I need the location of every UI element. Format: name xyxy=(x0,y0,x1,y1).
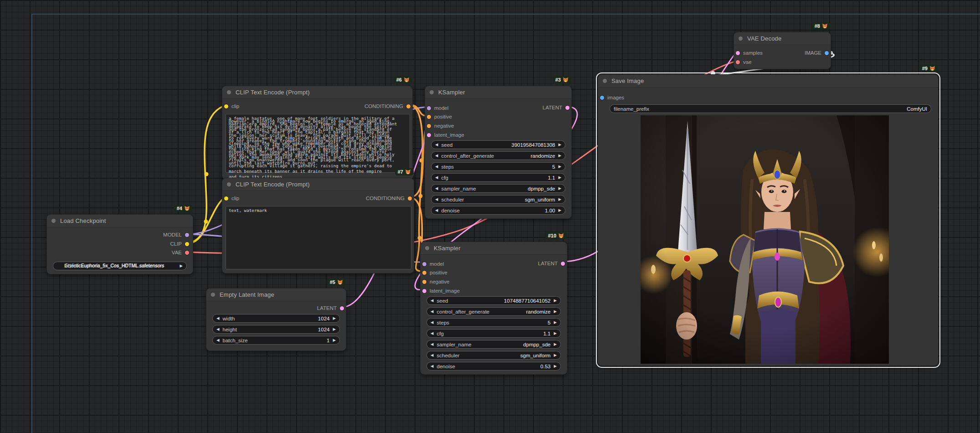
increment-arrow[interactable]: ▶ xyxy=(554,320,557,325)
collapse-dot-icon[interactable] xyxy=(739,36,743,41)
decrement-arrow[interactable]: ◀ xyxy=(435,197,438,201)
node-titlebar[interactable]: KSampler xyxy=(421,242,567,255)
latent-slot-dot[interactable] xyxy=(736,51,740,55)
ckpt-name-combo[interactable]: EclecticEuphoria_5x_Cos_HDTML.safetensor… xyxy=(53,262,187,270)
widget-sampler-name[interactable]: ◀ sampler_name dpmpp_sde ▶ xyxy=(431,184,565,193)
increment-arrow[interactable]: ▶ xyxy=(333,327,336,331)
node-save-image[interactable]: #9 Save Image images filename_prefix Com… xyxy=(598,74,939,366)
widget-filename-prefix[interactable]: filename_prefix ComfyUI xyxy=(610,104,931,113)
widget-batch-size[interactable]: ◀ batch_size 1 ▶ xyxy=(212,336,340,345)
generated-image-preview[interactable] xyxy=(641,115,889,364)
increment-arrow[interactable]: ▶ xyxy=(554,331,557,335)
increment-arrow[interactable]: ▶ xyxy=(558,208,561,212)
model-slot-dot[interactable] xyxy=(185,233,189,237)
link-dot-clip-2[interactable] xyxy=(204,220,208,224)
collapse-dot-icon[interactable] xyxy=(430,90,434,94)
node-titlebar[interactable]: KSampler xyxy=(425,86,571,99)
node-titlebar[interactable]: Empty Latent Image xyxy=(206,289,346,301)
image-slot-dot[interactable] xyxy=(600,96,604,100)
increment-arrow[interactable]: ▶ xyxy=(554,309,557,314)
increment-arrow[interactable]: ▶ xyxy=(558,175,561,180)
link-dot-clip-1[interactable] xyxy=(205,172,209,176)
decrement-arrow[interactable]: ◀ xyxy=(216,316,220,320)
collapse-dot-icon[interactable] xyxy=(51,219,56,223)
decrement-arrow[interactable]: ◀ xyxy=(435,208,438,212)
increment-arrow[interactable]: ▶ xyxy=(554,364,557,368)
decrement-arrow[interactable]: ◀ xyxy=(216,338,220,342)
comfyui-node-graph-canvas[interactable]: #4 Load Checkpoint MODEL CLIP VAE Eclect… xyxy=(0,0,980,433)
model-slot-dot[interactable] xyxy=(422,262,426,266)
increment-arrow[interactable]: ▶ xyxy=(558,165,561,169)
node-empty-latent-image[interactable]: #5 Empty Latent Image LATENT ◀ width 102… xyxy=(206,288,346,351)
decrement-arrow[interactable]: ◀ xyxy=(431,342,434,346)
node-clip-text-encode-negative[interactable]: #7 CLIP Text Encode (Prompt) clip CONDIT… xyxy=(222,178,414,273)
conditioning-slot-dot[interactable] xyxy=(427,124,431,128)
increment-arrow[interactable]: ▶ xyxy=(333,316,336,320)
conditioning-slot-dot[interactable] xyxy=(427,115,431,119)
increment-arrow[interactable]: ▶ xyxy=(558,143,561,147)
widget-scheduler[interactable]: ◀ scheduler sgm_uniform ▶ xyxy=(426,351,561,360)
output-slot-clip[interactable]: CLIP xyxy=(170,241,189,247)
node-clip-text-encode-positive[interactable]: #6 CLIP Text Encode (Prompt) clip CONDIT… xyxy=(222,86,413,180)
conditioning-slot-dot[interactable] xyxy=(422,280,426,284)
conditioning-slot-dot[interactable] xyxy=(408,196,412,201)
collapse-dot-icon[interactable] xyxy=(227,182,231,186)
prompt-textarea[interactable]: text, watermark xyxy=(226,206,411,269)
collapse-dot-icon[interactable] xyxy=(603,79,607,83)
input-slot-positive[interactable]: positive xyxy=(427,114,452,119)
collapse-dot-icon[interactable] xyxy=(425,246,429,250)
decrement-arrow[interactable]: ◀ xyxy=(431,309,434,314)
increment-arrow[interactable]: ▶ xyxy=(554,299,557,303)
output-slot-conditioning[interactable]: CONDITIONING xyxy=(364,103,410,109)
widget-scheduler[interactable]: ◀ scheduler sgm_uniform ▶ xyxy=(431,195,565,204)
widget-steps[interactable]: ◀ steps 5 ▶ xyxy=(431,162,565,171)
latent-slot-dot[interactable] xyxy=(565,106,570,110)
decrement-arrow[interactable]: ◀ xyxy=(431,353,434,357)
latent-slot-dot[interactable] xyxy=(340,306,344,310)
output-slot-image[interactable]: IMAGE xyxy=(805,50,829,56)
decrement-arrow[interactable]: ◀ xyxy=(435,165,438,169)
link-dot-cond-1[interactable] xyxy=(420,159,424,163)
output-slot-latent[interactable]: LATENT xyxy=(317,305,344,311)
clip-slot-dot[interactable] xyxy=(224,196,228,201)
clip-slot-dot[interactable] xyxy=(185,242,189,246)
decrement-arrow[interactable]: ◀ xyxy=(431,364,434,368)
node-vae-decode[interactable]: #8 VAE Decode samples vae IMAGE xyxy=(734,32,831,69)
input-slot-negative[interactable]: negative xyxy=(427,123,454,129)
conditioning-slot-dot[interactable] xyxy=(406,104,410,108)
increment-arrow[interactable]: ▶ xyxy=(333,338,336,342)
node-ksampler-2[interactable]: #10 KSampler model positive negative lat… xyxy=(420,242,567,375)
widget-denoise[interactable]: ◀ denoise 1.00 ▶ xyxy=(431,206,565,215)
widget-width[interactable]: ◀ width 1024 ▶ xyxy=(212,314,340,323)
input-slot-vae[interactable]: vae xyxy=(736,59,752,65)
decrement-arrow[interactable]: ◀ xyxy=(435,154,438,158)
widget-control-after-generate[interactable]: ◀ control_after_generate randomize ▶ xyxy=(431,151,565,160)
output-slot-latent[interactable]: LATENT xyxy=(538,261,565,266)
increment-arrow[interactable]: ▶ xyxy=(558,197,561,201)
widget-seed[interactable]: ◀ seed 390195847081308 ▶ xyxy=(431,140,565,149)
widget-seed[interactable]: ◀ seed 1074887710641052 ▶ xyxy=(426,296,561,305)
increment-arrow[interactable]: ▶ xyxy=(554,342,557,346)
collapse-dot-icon[interactable] xyxy=(227,90,231,94)
input-slot-clip[interactable]: clip xyxy=(224,196,239,201)
widget-sampler-name[interactable]: ◀ sampler_name dpmpp_sde ▶ xyxy=(426,340,561,349)
input-slot-positive[interactable]: positive xyxy=(422,270,447,275)
widget-height[interactable]: ◀ height 1024 ▶ xyxy=(212,325,340,334)
output-slot-conditioning[interactable]: CONDITIONING xyxy=(366,196,412,201)
increment-arrow[interactable]: ▶ xyxy=(554,353,557,357)
image-slot-dot[interactable] xyxy=(825,51,829,55)
node-titlebar[interactable]: Save Image xyxy=(598,75,938,88)
latent-slot-dot[interactable] xyxy=(422,289,426,293)
input-slot-latent-image[interactable]: latent_image xyxy=(427,132,464,138)
combo-next-arrow[interactable]: ▶ xyxy=(180,264,183,268)
node-ksampler-1[interactable]: #3 KSampler model positive negative late… xyxy=(425,86,572,219)
decrement-arrow[interactable]: ◀ xyxy=(216,327,220,331)
widget-steps[interactable]: ◀ steps 5 ▶ xyxy=(426,318,561,327)
link-dot-cond-3[interactable] xyxy=(419,194,423,198)
input-slot-model[interactable]: model xyxy=(427,105,448,111)
conditioning-slot-dot[interactable] xyxy=(422,271,426,275)
decrement-arrow[interactable]: ◀ xyxy=(435,143,438,147)
widget-cfg[interactable]: ◀ cfg 1.1 ▶ xyxy=(431,173,565,182)
link-dot-cond-2[interactable] xyxy=(418,236,422,240)
node-titlebar[interactable]: CLIP Text Encode (Prompt) xyxy=(222,86,412,99)
